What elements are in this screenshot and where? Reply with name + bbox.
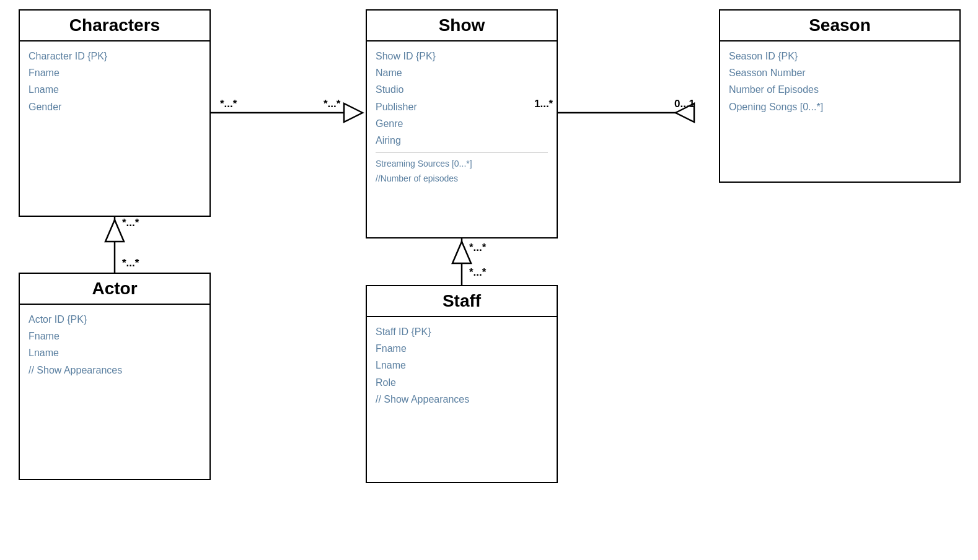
mult-show-staff-top: *...*: [469, 242, 486, 254]
season-body: Season ID {PK} Seasson Number Number of …: [720, 42, 959, 121]
characters-attr-2: Fname: [29, 64, 201, 81]
mult-show-season-left: 1...*: [534, 98, 553, 110]
staff-attr-1: Staff ID {PK}: [376, 323, 548, 340]
characters-attr-1: Character ID {PK}: [29, 48, 201, 64]
show-attr-6: Airing: [376, 132, 548, 149]
characters-body: Character ID {PK} Fname Lname Gender: [20, 42, 209, 121]
staff-attr-3: Lname: [376, 357, 548, 374]
staff-attr-4: Role: [376, 374, 548, 391]
show-attr-1: Show ID {PK}: [376, 48, 548, 64]
staff-title: Staff: [367, 286, 557, 317]
staff-attr-2: Fname: [376, 340, 548, 357]
staff-entity: Staff Staff ID {PK} Fname Lname Role // …: [366, 285, 558, 483]
mult-show-staff-bottom: *...*: [469, 266, 486, 279]
actor-entity: Actor Actor ID {PK} Fname Lname // Show …: [19, 273, 211, 480]
mult-char-show-left: *...*: [220, 98, 237, 110]
season-attr-2: Seasson Number: [729, 64, 951, 81]
show-title: Show: [367, 11, 557, 42]
svg-marker-7: [452, 242, 471, 263]
season-attr-3: Number of Episodes: [729, 81, 951, 98]
mult-char-actor-top: *...*: [122, 217, 139, 229]
staff-attr-5: // Show Appearances: [376, 391, 548, 408]
characters-attr-3: Lname: [29, 81, 201, 98]
characters-attr-4: Gender: [29, 98, 201, 115]
staff-body: Staff ID {PK} Fname Lname Role // Show A…: [367, 317, 557, 414]
show-attr-2: Name: [376, 64, 548, 81]
svg-marker-5: [105, 220, 124, 242]
show-attr-5: Genre: [376, 115, 548, 132]
characters-entity: Characters Character ID {PK} Fname Lname…: [19, 9, 211, 217]
show-attr-episodes: //Number of episodes: [376, 172, 548, 186]
svg-marker-1: [344, 103, 363, 122]
actor-attr-3: Lname: [29, 344, 201, 361]
season-title: Season: [720, 11, 959, 42]
season-attr-4: Opening Songs [0...*]: [729, 98, 951, 115]
season-entity: Season Season ID {PK} Seasson Number Num…: [719, 9, 961, 183]
actor-attr-4: // Show Appearances: [29, 362, 201, 378]
show-attr-streaming: Streaming Sources [0...*]: [376, 157, 548, 172]
show-body: Show ID {PK} Name Studio Publisher Genre…: [367, 42, 557, 193]
mult-char-actor-bottom: *...*: [122, 257, 139, 269]
mult-show-season-right: 0...1: [674, 98, 695, 110]
actor-title: Actor: [20, 274, 209, 305]
season-attr-1: Season ID {PK}: [729, 48, 951, 64]
characters-title: Characters: [20, 11, 209, 42]
mult-char-show-right: *...*: [324, 98, 340, 110]
show-attr-3: Studio: [376, 81, 548, 98]
actor-attr-2: Fname: [29, 328, 201, 344]
actor-attr-1: Actor ID {PK}: [29, 311, 201, 328]
actor-body: Actor ID {PK} Fname Lname // Show Appear…: [20, 305, 209, 385]
uml-diagram: Characters Character ID {PK} Fname Lname…: [0, 0, 978, 560]
show-entity: Show Show ID {PK} Name Studio Publisher …: [366, 9, 558, 238]
show-attr-4: Publisher: [376, 98, 548, 115]
show-divider: [376, 152, 548, 153]
